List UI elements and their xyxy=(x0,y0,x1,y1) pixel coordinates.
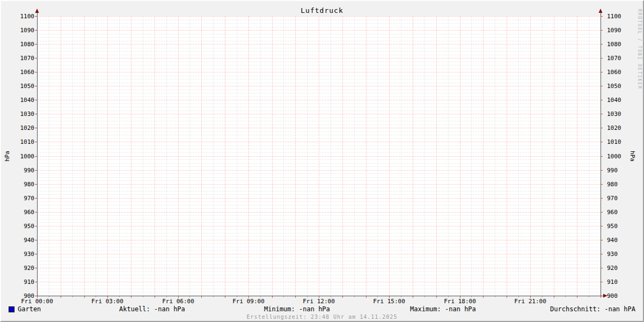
y-tick-label-left: 1030 xyxy=(1,111,34,118)
y-tick-label-left: 1020 xyxy=(1,125,34,131)
y-tick-label-right: 920 xyxy=(607,265,639,272)
y-tick-label-left: 920 xyxy=(1,265,34,272)
y-tick-label-left: 1050 xyxy=(1,83,34,90)
y-tick-label-right: 980 xyxy=(607,181,639,188)
page-title: Luftdruck xyxy=(1,6,643,14)
x-tick-label: Fri 21:00 xyxy=(495,298,565,305)
stat-maximum: Maximum: -nan hPa xyxy=(410,305,476,313)
y-tick-label-left: 1070 xyxy=(1,55,34,62)
rrdtool-graph: Luftdruck 110010901080107010601050104010… xyxy=(0,0,644,322)
y-tick-label-left: 1080 xyxy=(1,41,34,48)
x-tick-label: Fri 00:00 xyxy=(2,298,72,305)
y-tick-label-right: 1100 xyxy=(607,13,639,20)
y-tick-label-right: 1080 xyxy=(607,41,639,48)
series-label: Garten xyxy=(18,305,41,313)
y-tick-label-right: 1070 xyxy=(607,55,639,62)
stat-durchschnitt: Durchschnitt: -nan hPA xyxy=(550,305,635,313)
y-tick-label-left: 1060 xyxy=(1,69,34,76)
y-tick-label-right: 910 xyxy=(607,279,639,286)
y-tick-label-right: 1090 xyxy=(607,27,639,34)
y-tick-label-left: 960 xyxy=(1,209,34,216)
y-tick-label-right: 900 xyxy=(607,292,639,299)
y-tick-label-right: 1040 xyxy=(607,97,639,104)
y-tick-label-left: 1040 xyxy=(1,97,34,104)
y-tick-label-left: 1010 xyxy=(1,138,34,145)
y-axis-unit-left: hPa xyxy=(4,151,11,162)
x-tick-label: Fri 06:00 xyxy=(143,298,213,305)
y-tick-label-left: 1100 xyxy=(1,13,34,20)
stat-minimum: Minimum: -nan hPa xyxy=(264,305,330,313)
y-tick-label-right: 970 xyxy=(607,195,639,202)
y-tick-label-right: 930 xyxy=(607,251,639,258)
y-tick-label-left: 1090 xyxy=(1,27,34,34)
y-tick-label-right: 1060 xyxy=(607,69,639,76)
y-axis-unit-right: hPa xyxy=(629,151,636,162)
y-tick-label-right: 940 xyxy=(607,237,639,244)
y-tick-label-right: 1010 xyxy=(607,138,639,145)
y-tick-label-left: 930 xyxy=(1,251,34,258)
x-tick-label: Fri 15:00 xyxy=(354,298,424,305)
y-tick-label-right: 960 xyxy=(607,209,639,216)
series-color-swatch xyxy=(9,306,14,312)
y-tick-label-left: 950 xyxy=(1,223,34,230)
chart-plot-area xyxy=(1,1,644,322)
y-tick-label-right: 1020 xyxy=(607,125,639,131)
creation-timestamp: Erstellungszeit: 23:48 Uhr am 14.11.2025 xyxy=(1,314,643,320)
stat-aktuell: Aktuell: -nan hPa xyxy=(119,305,185,313)
y-tick-label-left: 940 xyxy=(1,237,34,244)
x-tick-label: Fri 18:00 xyxy=(425,298,495,305)
y-tick-label-right: 950 xyxy=(607,223,639,230)
x-tick-label: Fri 09:00 xyxy=(214,298,283,305)
legend-row: Garten Aktuell: -nan hPa Minimum: -nan h… xyxy=(1,305,643,314)
y-tick-label-left: 970 xyxy=(1,195,34,202)
x-tick-label: Fri 12:00 xyxy=(284,298,354,305)
y-tick-label-left: 910 xyxy=(1,279,34,286)
rrdtool-watermark: RRDTOOL / TOBI OETIKER xyxy=(637,9,642,90)
y-tick-label-right: 1050 xyxy=(607,83,639,90)
y-tick-label-right: 990 xyxy=(607,167,639,174)
y-tick-label-right: 1030 xyxy=(607,111,639,118)
y-tick-label-left: 980 xyxy=(1,181,34,188)
y-tick-label-left: 990 xyxy=(1,167,34,174)
x-tick-label: Fri 03:00 xyxy=(72,298,142,305)
